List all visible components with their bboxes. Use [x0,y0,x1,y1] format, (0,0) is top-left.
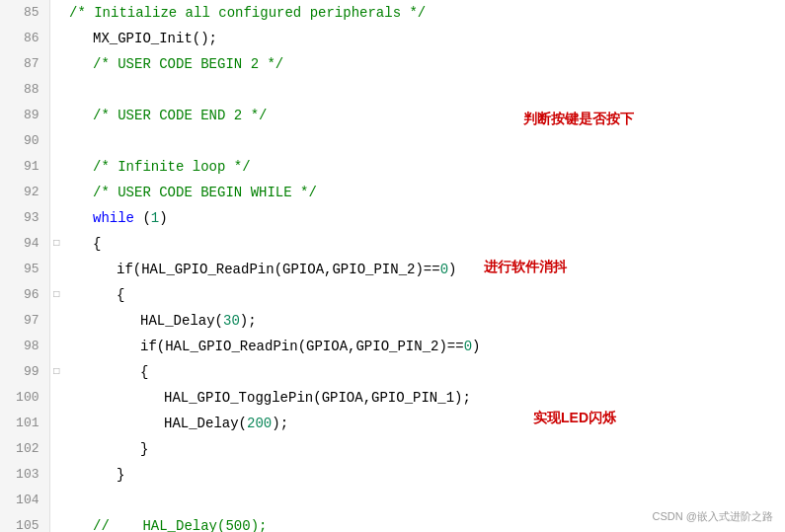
code-token: if(HAL_GPIO_ReadPin(GPIOA,GPIO_PIN_2)== [140,339,464,354]
table-row: 95if(HAL_GPIO_ReadPin(GPIOA,GPIO_PIN_2)=… [0,257,785,282]
table-row: 96□{ [0,282,785,308]
code-token: 1 [151,210,159,226]
fold-icon [49,0,63,26]
line-number: 89 [0,103,49,128]
fold-icon [49,334,63,359]
table-row: 90 [0,128,785,154]
code-token: if(HAL_GPIO_ReadPin(GPIOA,GPIO_PIN_2)== [117,262,440,277]
watermark: CSDN @嵌入式进阶之路 [653,509,773,524]
code-line-content [63,77,785,103]
line-number: 93 [0,205,49,231]
table-row: 100HAL_GPIO_TogglePin(GPIOA,GPIO_PIN_1); [0,385,785,411]
code-line-content: { [63,359,785,385]
code-token: while [93,210,134,226]
code-token: ); [272,416,288,431]
line-number: 104 [0,488,49,513]
code-token: MX_GPIO_Init(); [93,31,217,46]
table-row: 98if(HAL_GPIO_ReadPin(GPIOA,GPIO_PIN_2)=… [0,334,785,359]
table-row: 99□{ [0,359,785,385]
code-line-content [63,128,785,154]
line-number: 85 [0,0,49,26]
table-row: 87/* USER CODE BEGIN 2 */ [0,51,785,77]
table-row: 88 [0,77,785,103]
code-line-content: } [63,462,785,488]
code-line-content: if(HAL_GPIO_ReadPin(GPIOA,GPIO_PIN_2)==0… [63,334,785,359]
fold-icon[interactable]: □ [49,231,63,257]
fold-icon [49,154,63,180]
fold-icon [49,436,63,462]
line-number: 86 [0,26,49,51]
line-number: 88 [0,77,49,103]
code-token: ) [159,210,167,226]
code-token: 0 [440,262,448,277]
code-line-content: /* Infinite loop */ [63,154,785,180]
table-row: 86MX_GPIO_Init(); [0,26,785,51]
annotation-3: 实现LED闪烁 [533,410,616,427]
line-number: 91 [0,154,49,180]
fold-icon [49,51,63,77]
code-token: /* USER CODE BEGIN WHILE */ [93,185,317,200]
table-row: 91/* Infinite loop */ [0,154,785,180]
code-line-content: HAL_GPIO_TogglePin(GPIOA,GPIO_PIN_1); [63,385,785,411]
code-line-content: /* USER CODE BEGIN 2 */ [63,51,785,77]
fold-icon [49,513,63,532]
fold-icon [49,26,63,51]
code-line-content: /* USER CODE END 2 */ [63,103,785,128]
fold-icon [49,257,63,282]
fold-icon[interactable]: □ [49,282,63,308]
line-number: 94 [0,231,49,257]
code-token: HAL_Delay( [140,313,223,329]
code-editor: 85/* Initialize all configured periphera… [0,0,785,532]
code-line-content: } [63,436,785,462]
table-row: 103} [0,462,785,488]
code-line-content: { [63,231,785,257]
line-number: 99 [0,359,49,385]
line-number: 101 [0,411,49,436]
code-token: /* Infinite loop */ [93,159,251,175]
code-token: 0 [464,339,472,354]
code-token: /* USER CODE END 2 */ [93,108,267,123]
line-number: 98 [0,334,49,359]
fold-icon [49,103,63,128]
table-row: 101HAL_Delay(200); [0,411,785,436]
line-number: 96 [0,282,49,308]
code-token: /* Initialize all configured peripherals… [69,5,426,21]
fold-icon [49,128,63,154]
annotation-1: 判断按键是否按下 [523,111,634,128]
code-line-content: /* Initialize all configured peripherals… [63,0,785,26]
code-token: } [140,441,148,457]
fold-icon [49,462,63,488]
code-token: HAL_GPIO_TogglePin(GPIOA,GPIO_PIN_1); [164,390,471,406]
line-number: 100 [0,385,49,411]
line-number: 103 [0,462,49,488]
table-row: 92/* USER CODE BEGIN WHILE */ [0,180,785,205]
line-number: 105 [0,513,49,532]
table-row: 85/* Initialize all configured periphera… [0,0,785,26]
code-token: HAL_Delay( [164,416,247,431]
line-number: 92 [0,180,49,205]
annotation-2: 进行软件消抖 [484,259,567,276]
fold-icon [49,205,63,231]
code-token: } [117,467,124,483]
code-token: ); [240,313,257,329]
code-token: { [93,236,101,252]
code-line-content: HAL_Delay(200); [63,411,785,436]
code-token: { [140,364,148,380]
code-line-content: { [63,282,785,308]
line-number: 102 [0,436,49,462]
fold-icon [49,180,63,205]
line-number: 90 [0,128,49,154]
table-row: 89/* USER CODE END 2 */ [0,103,785,128]
table-row: 97HAL_Delay(30); [0,308,785,334]
code-token: // HAL_Delay(500); [93,518,267,532]
code-line-content: if(HAL_GPIO_ReadPin(GPIOA,GPIO_PIN_2)==0… [63,257,785,282]
code-line-content: HAL_Delay(30); [63,308,785,334]
fold-icon[interactable]: □ [49,359,63,385]
code-token: ( [134,210,151,226]
code-line-content: MX_GPIO_Init(); [63,26,785,51]
code-line-content: /* USER CODE BEGIN WHILE */ [63,180,785,205]
code-token: { [117,287,124,303]
line-number: 87 [0,51,49,77]
table-row: 93while (1) [0,205,785,231]
fold-icon [49,411,63,436]
